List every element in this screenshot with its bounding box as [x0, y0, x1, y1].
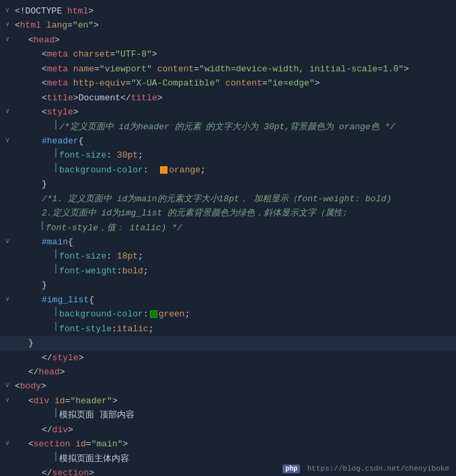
code-line: 2.定义页面中 id为img_list 的元素背景颜色为绿色，斜体显示文字（属性… — [0, 206, 456, 220]
token: italic — [117, 324, 149, 334]
token: ; — [200, 165, 206, 175]
code-content: #img_list{ — [42, 293, 451, 307]
token: title — [131, 93, 157, 103]
code-line: ∨<!DOCTYPE html> — [0, 4, 456, 18]
token: > — [89, 468, 94, 476]
token: > — [157, 93, 163, 103]
token: html — [67, 6, 88, 16]
token: html — [20, 20, 46, 30]
token: </ — [42, 425, 52, 435]
token: < — [42, 107, 47, 117]
code-line: ∨<html lang="en"> — [0, 18, 456, 32]
token: > — [73, 107, 79, 117]
token: } — [42, 280, 47, 290]
token: } — [28, 338, 34, 348]
token: </ — [42, 353, 52, 363]
token: head — [39, 367, 60, 377]
token: = — [194, 64, 199, 74]
token: > — [68, 425, 73, 435]
gutter-indicator — [55, 163, 56, 172]
code-content: } — [28, 336, 451, 350]
code-content: font-style:italic; — [59, 322, 451, 336]
code-content: </head> — [28, 365, 451, 379]
code-line: background-color:green; — [0, 307, 456, 321]
token: "X-UA-Compatible" — [131, 78, 221, 88]
gutter-indicator — [42, 221, 43, 230]
fold-arrow[interactable]: ∨ — [5, 380, 15, 392]
fold-arrow[interactable]: ∨ — [5, 236, 15, 248]
token: meta — [47, 49, 73, 59]
token: </ — [120, 93, 131, 103]
fold-arrow[interactable]: ∨ — [5, 106, 15, 118]
code-line: <meta charset="UTF-8"> — [0, 47, 456, 61]
token: </ — [28, 367, 39, 377]
fold-arrow[interactable]: ∨ — [5, 5, 15, 17]
code-line: ∨#header{ — [0, 134, 456, 148]
code-line: <meta name="viewport" content="width=dev… — [0, 62, 456, 76]
token: "header" — [70, 396, 112, 406]
code-content: <meta charset="UTF-8"> — [42, 47, 451, 61]
code-content: <!DOCTYPE html> — [15, 4, 451, 18]
token: id — [75, 439, 86, 449]
code-line: <meta http-equiv="X-UA-Compatible" conte… — [0, 76, 456, 90]
token: font-style，值： italic) */ — [46, 223, 182, 233]
token: = — [67, 20, 73, 30]
token: bold — [122, 266, 143, 276]
token: ; — [185, 309, 190, 319]
token: charset — [73, 49, 110, 59]
token: < — [15, 381, 20, 391]
fold-arrow[interactable]: ∨ — [5, 294, 15, 306]
token: <!DOCTYPE — [15, 6, 67, 16]
gutter-indicator — [55, 249, 56, 259]
token: id — [54, 396, 65, 406]
code-line: ∨<style> — [0, 105, 456, 119]
token: < — [28, 396, 34, 406]
token: style — [47, 107, 73, 117]
color-swatch — [150, 310, 157, 318]
token: section — [52, 468, 89, 476]
token: : — [117, 266, 122, 276]
token: 18pt — [117, 251, 138, 261]
token: ; — [143, 266, 149, 276]
code-line: ∨<head> — [0, 33, 456, 47]
code-line: ∨<div id="header"> — [0, 394, 456, 408]
code-line: } — [0, 278, 456, 292]
gutter-indicator — [55, 264, 56, 273]
token: ; — [149, 324, 154, 334]
token: 30pt — [117, 150, 138, 160]
code-line: ∨<section id="main"> — [0, 437, 456, 451]
footer-url: https://blog.csdn.net/chenyiboke — [307, 465, 449, 473]
code-content: font-size: 30pt; — [59, 148, 451, 162]
token: style — [52, 353, 79, 363]
token: title — [47, 93, 73, 103]
token: green — [159, 309, 185, 319]
fold-arrow[interactable]: ∨ — [5, 395, 15, 407]
code-content: #header{ — [42, 134, 451, 148]
code-line: font-size: 18pt; — [0, 249, 456, 263]
token: head — [34, 35, 54, 45]
gutter-indicator — [55, 408, 56, 417]
code-line: </style> — [0, 351, 456, 365]
code-content: </div> — [42, 423, 451, 437]
token: Document — [79, 93, 120, 103]
code-line: </head> — [0, 365, 456, 379]
code-content: <title>Document</title> — [42, 91, 451, 105]
token: > — [54, 35, 60, 45]
code-line: } — [0, 336, 456, 350]
code-content: <section id="main"> — [28, 437, 451, 451]
gutter-indicator — [55, 452, 56, 461]
fold-arrow[interactable]: ∨ — [5, 135, 15, 147]
code-line: ∨#img_list{ — [0, 293, 456, 307]
token: content — [225, 78, 262, 88]
token: section — [34, 439, 75, 449]
code-content: 2.定义页面中 id为img_list 的元素背景颜色为绿色，斜体显示文字（属性… — [42, 206, 451, 220]
fold-arrow[interactable]: ∨ — [5, 438, 15, 450]
code-line: </div> — [0, 423, 456, 437]
fold-arrow[interactable]: ∨ — [5, 20, 15, 31]
fold-arrow[interactable]: ∨ — [5, 34, 15, 46]
token: : — [106, 150, 117, 160]
token: < — [28, 439, 34, 449]
gutter-indicator — [55, 322, 56, 331]
code-content: </style> — [42, 351, 451, 365]
token: ; — [138, 251, 143, 261]
